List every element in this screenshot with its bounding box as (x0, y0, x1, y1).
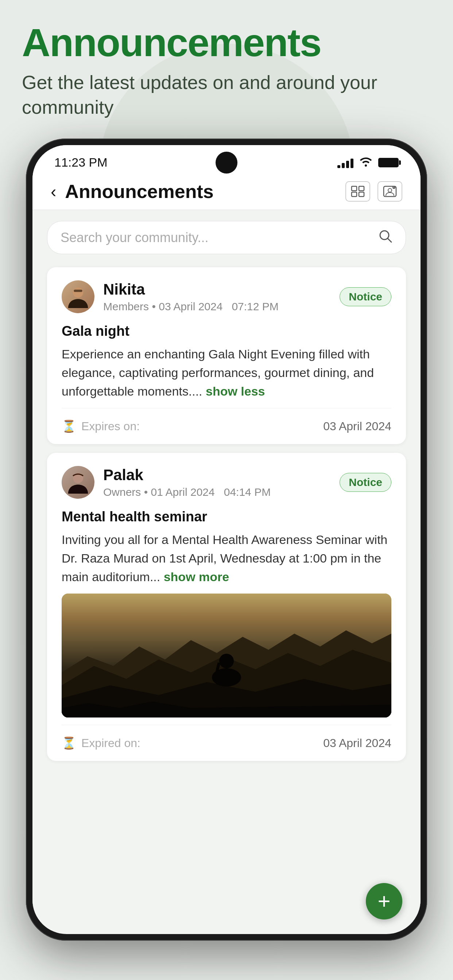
card-footer-1: ⏳ Expires on: 03 April 2024 (62, 415, 391, 433)
status-time: 11:23 PM (54, 155, 108, 170)
svg-rect-0 (352, 186, 357, 191)
expires-date-2: 03 April 2024 (323, 737, 391, 750)
hourglass-icon-2: ⏳ (62, 736, 76, 750)
card-divider-1 (62, 408, 391, 408)
nav-action-icons: * (345, 181, 402, 202)
announcement-card-2: Palak Owners • 01 April 2024 04:14 PM No… (47, 453, 406, 761)
expires-date-1: 03 April 2024 (323, 420, 391, 433)
card-image-2 (62, 593, 391, 718)
header-area: Announcements Get the latest updates on … (22, 22, 431, 120)
user-name-palak: Palak (103, 466, 271, 484)
profile-icon[interactable]: * (378, 181, 402, 202)
svg-rect-1 (359, 186, 364, 191)
signal-icon (337, 157, 353, 168)
search-bar[interactable]: Search your community... (47, 221, 406, 254)
user-info-palak: Palak Owners • 01 April 2024 04:14 PM (103, 466, 271, 498)
svg-point-18 (219, 654, 234, 668)
status-bar: 11:23 PM (32, 145, 421, 173)
expires-label-1: ⏳ Expires on: (62, 419, 140, 433)
expired-label-2: ⏳ Expired on: (62, 736, 140, 750)
notice-badge-2: Notice (340, 473, 391, 492)
card-user-1: Nikita Members • 03 April 2024 07:12 PM (62, 280, 279, 313)
battery-icon (378, 158, 399, 167)
card-body-2: Inviting you all for a Mental Health Awa… (62, 530, 391, 586)
search-placeholder-text: Search your community... (61, 230, 378, 245)
hourglass-icon-1: ⏳ (62, 419, 76, 433)
camera-notch (215, 152, 238, 173)
fab-create-button[interactable]: + (366, 883, 402, 920)
search-icon[interactable] (378, 229, 392, 247)
svg-line-9 (388, 239, 391, 242)
phone-screen: 11:23 PM ‹ Announcements (32, 145, 421, 934)
wifi-icon (359, 156, 372, 169)
svg-point-10 (73, 287, 83, 298)
show-more-toggle-2[interactable]: show more (164, 570, 229, 584)
user-name-nikita: Nikita (103, 281, 279, 298)
card-header-2: Palak Owners • 01 April 2024 04:14 PM No… (62, 466, 391, 499)
page-subtitle: Get the latest updates on and around you… (22, 70, 431, 119)
phone-frame: 11:23 PM ‹ Announcements (26, 138, 427, 940)
nav-bar: ‹ Announcements (32, 173, 421, 210)
avatar-nikita (62, 280, 94, 313)
show-less-toggle-1[interactable]: show less (206, 384, 265, 398)
card-body-1: Experience an enchanting Gala Night Even… (62, 345, 391, 401)
announcement-card-1: Nikita Members • 03 April 2024 07:12 PM … (47, 267, 406, 444)
card-title-1: Gala night (62, 323, 391, 339)
svg-rect-11 (74, 290, 82, 292)
notice-badge-1: Notice (340, 287, 391, 306)
content-area: Search your community... (32, 210, 421, 933)
svg-text:*: * (394, 186, 395, 189)
avatar-palak (62, 466, 94, 499)
card-user-2: Palak Owners • 01 April 2024 04:14 PM (62, 466, 271, 499)
card-footer-2: ⏳ Expired on: 03 April 2024 (62, 732, 391, 750)
user-meta-nikita: Members • 03 April 2024 07:12 PM (103, 301, 279, 313)
card-title-2: Mental health seminar (62, 509, 391, 525)
card-header-1: Nikita Members • 03 April 2024 07:12 PM … (62, 280, 391, 313)
gallery-icon[interactable] (345, 181, 370, 202)
fab-plus-icon: + (378, 890, 390, 912)
person-silhouette (205, 637, 248, 695)
page-main-title: Announcements (22, 22, 431, 63)
user-info-nikita: Nikita Members • 03 April 2024 07:12 PM (103, 281, 279, 313)
svg-point-5 (388, 188, 392, 192)
user-meta-palak: Owners • 01 April 2024 04:14 PM (103, 486, 271, 498)
svg-rect-2 (352, 192, 357, 197)
landscape-image (62, 593, 391, 718)
card-divider-2 (62, 725, 391, 725)
status-icons (337, 156, 399, 169)
svg-rect-3 (359, 192, 364, 197)
nav-title: Announcements (65, 180, 337, 202)
back-button[interactable]: ‹ (51, 181, 56, 201)
